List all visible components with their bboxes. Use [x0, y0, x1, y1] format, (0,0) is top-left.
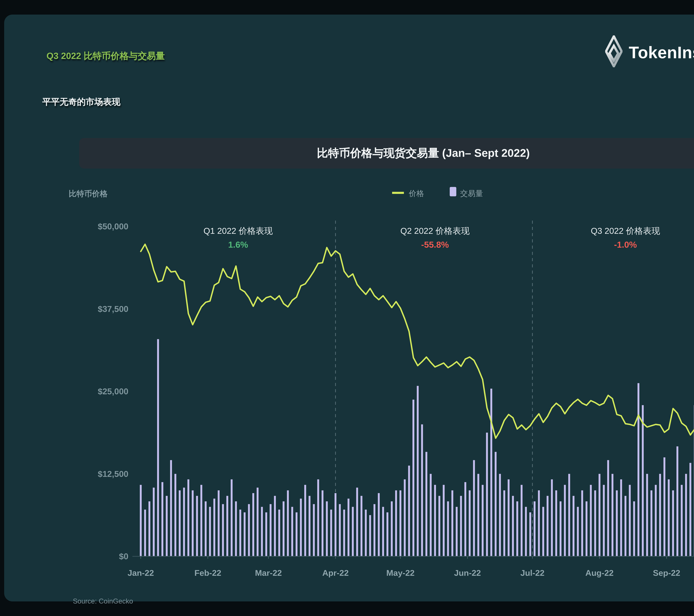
volume-bar [213, 499, 215, 556]
volume-bar [144, 509, 146, 556]
left-axis-tick: $25,000 [98, 387, 129, 396]
volume-bar [408, 466, 410, 556]
volume-bar [140, 485, 142, 556]
volume-bar [170, 460, 172, 556]
volume-bar [161, 482, 163, 556]
volume-bar [629, 485, 631, 556]
volume-bar [469, 490, 471, 556]
volume-bar [166, 496, 168, 556]
volume-bar [200, 485, 202, 556]
volume-bar [534, 501, 536, 556]
volume-bar [512, 496, 514, 556]
quarter-annotation-value: -1.0% [614, 240, 637, 249]
volume-bar [218, 490, 220, 556]
legend-volume-label: 交易量 [460, 189, 483, 198]
volume-bar [555, 490, 557, 556]
x-axis-month-label: May-22 [386, 568, 415, 578]
volume-bar [633, 501, 635, 556]
volume-bar [222, 504, 224, 557]
volume-bar [646, 474, 648, 557]
volume-bar [421, 424, 423, 556]
volume-bar [508, 479, 510, 556]
volume-bar [655, 485, 657, 556]
volume-bar [373, 504, 376, 557]
volume-bar [568, 474, 570, 557]
volume-bar [400, 490, 401, 556]
volume-bar [326, 501, 328, 556]
quarter-annotation-label: Q1 2022 价格表现 [203, 226, 273, 236]
quarter-annotation-value: -55.8% [421, 240, 449, 249]
volume-bar [179, 490, 181, 556]
left-axis-tick: $12,500 [98, 469, 129, 479]
volume-bar [490, 389, 492, 556]
volume-bar [486, 433, 488, 556]
volume-bar [226, 496, 228, 556]
volume-bar [590, 485, 592, 556]
x-axis-month-label: Sep-22 [653, 568, 680, 578]
volume-bar [663, 458, 665, 556]
volume-bar [387, 512, 388, 556]
volume-bar [473, 460, 475, 556]
volume-bar [361, 496, 362, 556]
volume-bar [651, 490, 653, 556]
volume-bar [690, 463, 691, 556]
volume-bar [659, 474, 661, 557]
volume-bar [456, 507, 458, 556]
volume-bar [620, 479, 622, 556]
volume-bar [413, 399, 415, 556]
volume-bar [499, 474, 501, 557]
volume-bar [599, 474, 600, 557]
volume-bar [551, 479, 553, 556]
volume-bar [681, 485, 683, 556]
x-axis-month-label: Jan-22 [128, 568, 154, 578]
volume-bar [175, 474, 177, 557]
volume-bar [581, 490, 583, 556]
volume-bar [153, 488, 155, 556]
volume-bar [516, 501, 518, 556]
volume-bar [244, 512, 246, 556]
volume-bar [270, 504, 272, 557]
volume-bar [685, 474, 687, 557]
volume-bar [430, 474, 432, 557]
volume-bar [304, 485, 306, 556]
volume-bar [572, 496, 574, 556]
volume-bar [611, 474, 614, 557]
volume-bar [529, 512, 531, 556]
volume-bar [356, 488, 358, 556]
volume-bar [322, 490, 324, 556]
volume-bar [638, 383, 639, 556]
legend-price-label: 价格 [409, 189, 424, 198]
volume-bar [495, 452, 497, 556]
left-axis-tick: $0 [119, 552, 128, 561]
volume-bar [265, 512, 267, 556]
volume-bar [196, 496, 198, 556]
volume-bar [257, 488, 259, 556]
volume-bar [187, 479, 189, 556]
volume-bar [642, 405, 644, 556]
volume-bar [503, 490, 505, 556]
price-volume-chart: 比特币价格交易量价格交易量$50,000$37,500$25,000$12,50… [4, 15, 694, 616]
volume-bar [520, 485, 523, 556]
volume-bar [278, 509, 280, 556]
slide: Q3 2022 比特币价格与交易量 平平无奇的市场表现 TokenInsight… [4, 15, 694, 601]
volume-bar [482, 485, 483, 556]
volume-bar [668, 479, 670, 556]
volume-bar [274, 496, 276, 556]
volume-bar [313, 504, 315, 557]
volume-bar [148, 501, 150, 556]
left-axis-tick: $37,500 [98, 304, 129, 314]
x-axis-month-label: Aug-22 [585, 568, 614, 578]
volume-bar [525, 507, 527, 556]
volume-bar [348, 499, 349, 556]
x-axis-month-label: Apr-22 [322, 568, 349, 578]
volume-bar [300, 499, 302, 556]
volume-bar [205, 501, 207, 556]
volume-bar [464, 482, 467, 556]
volume-bar [378, 493, 380, 556]
volume-bar [395, 490, 397, 556]
x-axis-month-label: Feb-22 [195, 568, 221, 578]
volume-bar [369, 515, 371, 556]
x-axis-month-label: Jun-22 [454, 568, 481, 578]
volume-bar [564, 485, 566, 556]
volume-bar [339, 504, 341, 557]
